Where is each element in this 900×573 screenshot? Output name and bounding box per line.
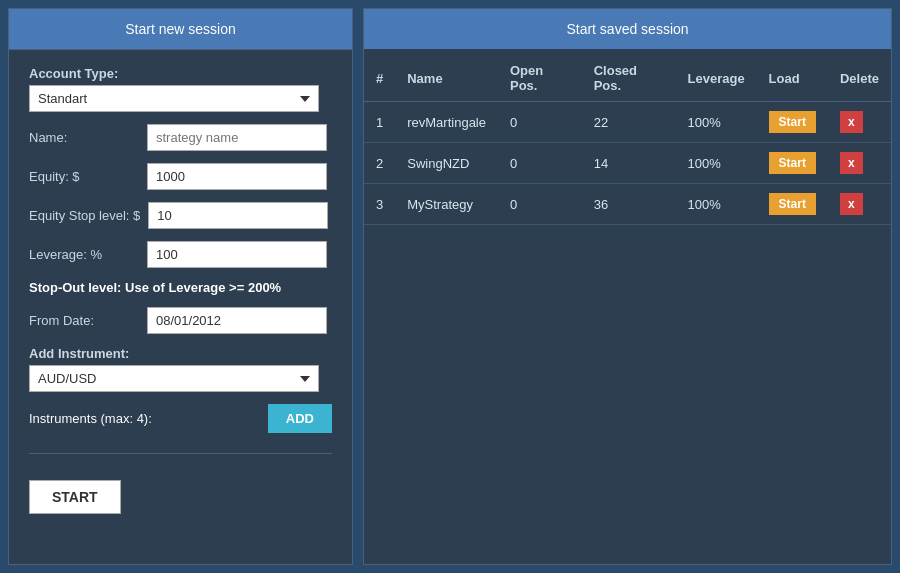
leverage-row: Leverage: % bbox=[29, 241, 332, 268]
row-open-pos: 0 bbox=[498, 143, 582, 184]
instruments-row: Instruments (max: 4): ADD bbox=[29, 404, 332, 433]
leverage-input[interactable] bbox=[147, 241, 327, 268]
row-delete-cell: x bbox=[828, 184, 891, 225]
row-delete-cell: x bbox=[828, 102, 891, 143]
row-num: 2 bbox=[364, 143, 395, 184]
equity-stop-input[interactable] bbox=[148, 202, 328, 229]
col-closed: Closed Pos. bbox=[582, 53, 676, 102]
equity-stop-row: Equity Stop level: $ bbox=[29, 202, 332, 229]
row-load-cell: Start bbox=[757, 102, 828, 143]
load-session-button[interactable]: Start bbox=[769, 152, 816, 174]
row-num: 1 bbox=[364, 102, 395, 143]
table-row: 2 SwingNZD 0 14 100% Start x bbox=[364, 143, 891, 184]
row-closed-pos: 14 bbox=[582, 143, 676, 184]
left-panel: Start new session Account Type: Standart… bbox=[8, 8, 353, 565]
row-load-cell: Start bbox=[757, 143, 828, 184]
delete-session-button[interactable]: x bbox=[840, 111, 863, 133]
col-name: Name bbox=[395, 53, 498, 102]
row-open-pos: 0 bbox=[498, 184, 582, 225]
stop-out-row: Stop-Out level: Use of Leverage >= 200% bbox=[29, 280, 332, 295]
col-num: # bbox=[364, 53, 395, 102]
table-row: 3 MyStrategy 0 36 100% Start x bbox=[364, 184, 891, 225]
instruments-max-label: Instruments (max: 4): bbox=[29, 411, 152, 426]
equity-label: Equity: $ bbox=[29, 169, 139, 184]
start-button[interactable]: START bbox=[29, 480, 121, 514]
equity-row: Equity: $ bbox=[29, 163, 332, 190]
row-num: 3 bbox=[364, 184, 395, 225]
row-closed-pos: 22 bbox=[582, 102, 676, 143]
row-delete-cell: x bbox=[828, 143, 891, 184]
right-panel: Start saved session # Name Open Pos. Clo… bbox=[363, 8, 892, 565]
row-leverage: 100% bbox=[676, 184, 757, 225]
from-date-row: From Date: bbox=[29, 307, 332, 334]
name-label: Name: bbox=[29, 130, 139, 145]
table-header-row: # Name Open Pos. Closed Pos. Leverage Lo… bbox=[364, 53, 891, 102]
divider-bottom bbox=[29, 453, 332, 454]
account-type-label: Account Type: bbox=[29, 66, 332, 81]
instrument-select[interactable]: AUD/USD EUR/USD GBP/USD USD/JPY bbox=[29, 365, 319, 392]
from-date-input[interactable] bbox=[147, 307, 327, 334]
row-name: revMartingale bbox=[395, 102, 498, 143]
col-open: Open Pos. bbox=[498, 53, 582, 102]
saved-session-header: Start saved session bbox=[364, 9, 891, 49]
stop-out-value: Use of Leverage >= 200% bbox=[125, 280, 281, 295]
row-closed-pos: 36 bbox=[582, 184, 676, 225]
equity-stop-label: Equity Stop level: $ bbox=[29, 208, 140, 223]
load-session-button[interactable]: Start bbox=[769, 193, 816, 215]
from-date-label: From Date: bbox=[29, 313, 139, 328]
col-leverage: Leverage bbox=[676, 53, 757, 102]
leverage-label: Leverage: % bbox=[29, 247, 139, 262]
add-instrument-button[interactable]: ADD bbox=[268, 404, 332, 433]
row-load-cell: Start bbox=[757, 184, 828, 225]
name-row: Name: bbox=[29, 124, 332, 151]
col-load: Load bbox=[757, 53, 828, 102]
row-open-pos: 0 bbox=[498, 102, 582, 143]
account-type-select[interactable]: Standart ECN Demo bbox=[29, 85, 319, 112]
col-delete: Delete bbox=[828, 53, 891, 102]
load-session-button[interactable]: Start bbox=[769, 111, 816, 133]
delete-session-button[interactable]: x bbox=[840, 193, 863, 215]
add-instrument-group: Add Instrument: AUD/USD EUR/USD GBP/USD … bbox=[29, 346, 332, 392]
name-input[interactable] bbox=[147, 124, 327, 151]
row-name: SwingNZD bbox=[395, 143, 498, 184]
equity-input[interactable] bbox=[147, 163, 327, 190]
row-name: MyStrategy bbox=[395, 184, 498, 225]
table-row: 1 revMartingale 0 22 100% Start x bbox=[364, 102, 891, 143]
row-leverage: 100% bbox=[676, 102, 757, 143]
form-body: Account Type: Standart ECN Demo Name: Eq… bbox=[9, 50, 352, 470]
add-instrument-label: Add Instrument: bbox=[29, 346, 332, 361]
account-type-group: Account Type: Standart ECN Demo bbox=[29, 66, 332, 112]
new-session-header: Start new session bbox=[9, 9, 352, 49]
stop-out-label: Stop-Out level: bbox=[29, 280, 121, 295]
delete-session-button[interactable]: x bbox=[840, 152, 863, 174]
saved-sessions-table: # Name Open Pos. Closed Pos. Leverage Lo… bbox=[364, 53, 891, 225]
row-leverage: 100% bbox=[676, 143, 757, 184]
